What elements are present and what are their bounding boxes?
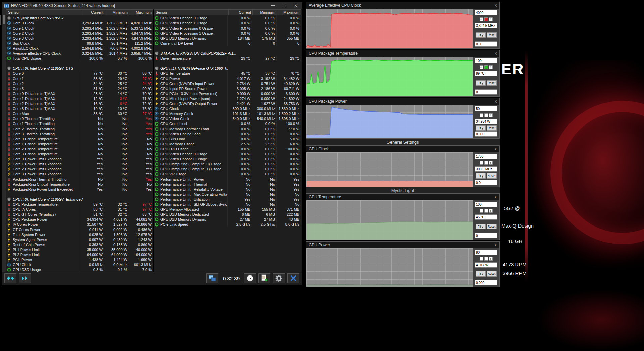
show-graph-checkbox[interactable]: ✓ xyxy=(480,65,483,69)
column-header-maximum[interactable]: Maximum xyxy=(129,9,153,15)
sensor-row[interactable]: GPU D3D Memory Dynamic184 MB175 MB355 MB xyxy=(154,36,301,41)
line-color-swatch[interactable] xyxy=(484,209,488,213)
sensor-row[interactable]: Core 1 Clock3,293.4 MHz1,302.3 MHz5,337.… xyxy=(6,26,153,31)
y-max-input[interactable] xyxy=(475,58,497,63)
sensor-row[interactable]: Core 284 °C25 °C94 °C xyxy=(6,81,153,86)
sensor-row[interactable]: Core 1 Distance to TjMAX12 °C3 °C71 °C xyxy=(6,96,153,101)
sensor-row[interactable]: GPU Memory Usage2.5 %2.5 %6.0 % xyxy=(154,141,301,146)
fit-y-button[interactable]: Fit y xyxy=(476,173,486,179)
sensor-row[interactable]: GPU D3D Usage0.0 %0.0 %100.0 % xyxy=(154,146,301,151)
expand-columns-button[interactable] xyxy=(19,273,31,283)
sensor-row[interactable]: GPU Video Clock540.0 MHz540.0 MHz1,695.0… xyxy=(154,116,301,121)
graph-title-bar[interactable]: GPU Clockx xyxy=(306,146,499,152)
graph-title-bar[interactable]: GPU Powerx xyxy=(306,242,499,248)
close-icon[interactable]: x xyxy=(495,195,497,199)
sensor-row[interactable]: CPU Package Power34.934 W4.081 W44.081 W xyxy=(6,217,153,222)
y-min-input[interactable] xyxy=(475,131,497,137)
sensor-row[interactable]: Core 3 Critical TemperatureNoNoNo xyxy=(6,151,153,156)
section-row[interactable]: CPU [#0]: Intel Core i7-1185G7 xyxy=(6,15,153,20)
reset-button[interactable]: Reset xyxy=(487,224,497,229)
sensor-row[interactable]: Performance Limit - ThermalNoNoYes xyxy=(154,182,301,187)
show-graph-checkbox[interactable]: ✓ xyxy=(480,17,483,21)
sensor-row[interactable]: Average Effective CPU Clock3,324.5 MHz10… xyxy=(6,51,153,56)
line-color-swatch[interactable] xyxy=(484,257,488,261)
sensor-row[interactable]: GPU Computing (Compute_1) Usage0.0 %0.0 … xyxy=(154,166,301,171)
current-value-box[interactable] xyxy=(475,214,497,220)
graph-title-bar[interactable]: GPU Temperaturex xyxy=(306,194,499,200)
sensor-row[interactable]: GPU D3D Memory Dedicated6 MB6 MB222 MB xyxy=(154,212,301,217)
sensor-row[interactable]: Core 1 Power Limit ExceededYesNoYes xyxy=(6,161,153,166)
column-header-sensor[interactable]: Sensor xyxy=(154,9,229,15)
fit-y-button[interactable]: Fit y xyxy=(476,80,486,86)
sensor-row[interactable]: CPU Package Temperature89 °C32 °C97 °C xyxy=(6,202,153,207)
sensor-row[interactable]: GPU Video Decode 1 Usage0.0 %0.0 %0.0 % xyxy=(154,20,301,26)
reset-button[interactable]: Reset xyxy=(487,173,497,179)
sensor-row[interactable]: Performance Limit - Max Operating Voltag… xyxy=(154,192,301,197)
section-row[interactable]: CPU [#0]: Intel Core i7-1185G7: DTS xyxy=(6,66,153,71)
column-header-current[interactable]: Current xyxy=(81,9,105,15)
sensor-row[interactable]: PL1 Power Limit35.000 W35.000 W40.000 W xyxy=(6,247,153,252)
y-min-input[interactable] xyxy=(475,180,497,185)
sensor-row[interactable]: Drive Temperature29 °C27 °C29 °C xyxy=(154,56,301,61)
sensor-row[interactable]: CPU GT Cores (Graphics)51 °C32 °C63 °C xyxy=(6,212,153,217)
reset-button[interactable]: Reset xyxy=(487,125,497,131)
sensor-row[interactable]: Core 2 Thermal ThrottlingNoNoYes xyxy=(6,126,153,131)
sensor-row[interactable]: Core 3 Clock3,293.4 MHz1,302.3 MHz4,847.… xyxy=(6,36,153,41)
sensor-row[interactable]: GPU Power4.017 W3.192 W64.482 W xyxy=(154,76,301,81)
sensor-row[interactable]: GPU Video Engine Load0.0 %0.0 %0.0 % xyxy=(154,131,301,136)
reset-button[interactable]: Reset xyxy=(487,80,497,86)
y-max-input[interactable] xyxy=(475,250,497,255)
sensor-row[interactable]: GPU Input PP Source Power3.005 W2.186 W6… xyxy=(154,86,301,91)
sensor-row[interactable]: GPU Video Processing 1 Usage0.0 %0.0 %0.… xyxy=(154,31,301,36)
sensor-row[interactable]: Bus Clock99.8 MHz96.1 MHz111.2 MHz xyxy=(6,41,153,46)
y-max-input[interactable] xyxy=(475,10,497,15)
sensor-row[interactable]: GPU Clock300.0 MHz300.0 MHz1,830.0 MHz xyxy=(154,106,301,111)
sensor-row[interactable]: GPU Memory Allocated155 MB155 MB371 MB xyxy=(154,207,301,212)
sensor-row[interactable]: Total System Power6.025 W1.806 W12.675 W xyxy=(6,232,153,237)
sensor-row[interactable]: GPU Memory Controller Load0.0 %0.0 %77.0… xyxy=(154,126,301,131)
sensor-row[interactable]: GPU Core (NVVDD) Output Power2.421 W1.92… xyxy=(154,101,301,106)
sensor-row[interactable]: GPU Clock0.0 MHz0.0 MHz601.3 MHz xyxy=(6,262,153,267)
close-icon[interactable]: x xyxy=(495,147,497,151)
column-header-sensor[interactable]: Sensor xyxy=(6,9,81,15)
sensor-row[interactable]: GPU Misc1 Input Power (sum)1.274 W0.000 … xyxy=(154,96,301,101)
show-graph-checkbox[interactable] xyxy=(480,209,483,213)
fit-y-button[interactable]: Fit y xyxy=(476,32,486,38)
sensor-row[interactable]: GPU Video Decode 0 Usage0.0 %0.0 %0.0 % xyxy=(154,15,301,20)
sensor-row[interactable]: Core 381 °C24 °C90 °C xyxy=(6,86,153,91)
sensor-row[interactable]: Current cTDP Level000 xyxy=(154,41,301,46)
graph-title-bar[interactable]: Average Effective CPU Clockx xyxy=(306,2,499,9)
current-value-box[interactable] xyxy=(475,71,497,76)
sensor-row[interactable]: Package/Ring Power Limit ExceededYesNoYe… xyxy=(6,187,153,192)
y-max-input[interactable] xyxy=(475,154,497,159)
current-value-box[interactable] xyxy=(475,166,497,172)
y-max-input[interactable] xyxy=(475,106,497,111)
close-icon[interactable]: x xyxy=(495,99,497,104)
column-header-minimum[interactable]: Minimum xyxy=(253,9,277,15)
line-color-swatch[interactable] xyxy=(484,161,488,165)
line-color-swatch[interactable] xyxy=(484,65,488,69)
column-header-current[interactable]: Current xyxy=(229,9,253,15)
thickness-spinner[interactable]: ▲▼ xyxy=(489,209,493,213)
section-row[interactable]: S.M.A.R.T.: KINGSTON OM8PCP3512F-AI1... xyxy=(154,51,301,56)
graph-title-bar[interactable]: CPU Package Temperaturex xyxy=(306,50,499,57)
sensor-row[interactable]: PCIe Link Speed2.5 GT/s2.5 GT/s8.0 GT/s xyxy=(154,222,301,227)
sensor-row[interactable]: GT Cores Power0.011 W0.002 W0.486 W xyxy=(6,227,153,232)
thickness-spinner[interactable]: ▲▼ xyxy=(489,65,493,69)
section-row[interactable]: CPU [#0]: Intel Core i7-1185G7: Enhanced xyxy=(6,197,153,202)
sensor-row[interactable]: Core 2 Distance to TjMAX16 °C6 °C72 °C xyxy=(6,101,153,106)
scrollbar[interactable] xyxy=(2,9,6,272)
y-min-input[interactable] xyxy=(475,280,497,285)
sensor-row[interactable]: Ring/LLC Clock2,594.8 MHz700.6 MHz4,002.… xyxy=(6,46,153,51)
sensor-row[interactable]: GPU Temperature45 °C36 °C70 °C xyxy=(154,71,301,76)
collapse-columns-button[interactable] xyxy=(4,273,16,283)
show-graph-checkbox[interactable] xyxy=(480,161,483,165)
sensor-row[interactable]: Core 0 Distance to TjMAX23 °C14 °C70 °C xyxy=(6,91,153,96)
sensor-row[interactable]: Core 2 Critical TemperatureNoNoNo xyxy=(6,146,153,151)
thickness-spinner[interactable]: ▲▼ xyxy=(489,17,493,21)
sensor-row[interactable]: Core 0 Thermal ThrottlingNoNoYes xyxy=(6,116,153,121)
sensor-row[interactable]: GPU Computing (Compute_0) Usage0.0 %0.0 … xyxy=(154,161,301,166)
sensor-row[interactable]: Core 0 Critical TemperatureNoNoNo xyxy=(6,136,153,141)
minimize-button[interactable] xyxy=(268,3,278,9)
reset-button[interactable]: Reset xyxy=(487,271,497,277)
